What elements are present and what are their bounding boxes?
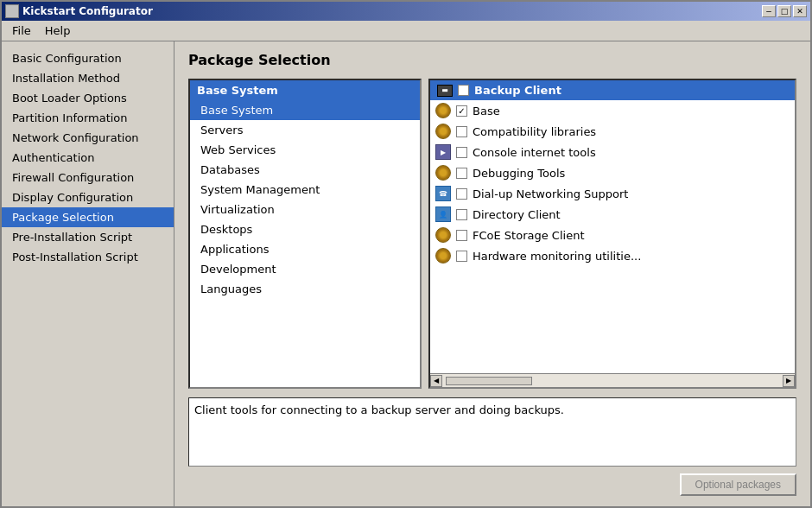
menu-help[interactable]: Help [38, 22, 78, 39]
category-label: Base System [200, 104, 273, 117]
sidebar-item-partition-information[interactable]: Partition Information [2, 108, 174, 128]
sidebar-item-boot-loader-options[interactable]: Boot Loader Options [2, 88, 174, 108]
sidebar-item-pre-installation-script[interactable]: Pre-Installation Script [2, 227, 174, 247]
close-button[interactable]: ✕ [793, 5, 807, 17]
pkg-row-debug-tools[interactable]: Debugging Tools [430, 162, 795, 183]
category-item-desktops[interactable]: Desktops [190, 219, 420, 239]
bottom-bar: Optional packages [188, 467, 796, 496]
pkg-row-dialup[interactable]: ☎ Dial-up Networking Support [430, 183, 795, 204]
right-panel: Package Selection Base System Base Syste… [174, 41, 810, 506]
pkg-checkbox-dialup[interactable] [456, 188, 467, 200]
pkg-icon-hw-monitor [435, 248, 451, 264]
sidebar-item-authentication[interactable]: Authentication [2, 148, 174, 168]
pkg-row-console-tools[interactable]: ▶ Console internet tools [430, 142, 795, 162]
main-window: Kickstart Configurator − □ ✕ File Help B… [0, 0, 812, 508]
category-item-web-services[interactable]: Web Services [190, 140, 420, 160]
maximize-button[interactable]: □ [777, 5, 791, 17]
category-item-servers[interactable]: Servers [190, 120, 420, 140]
sidebar-item-firewall-configuration[interactable]: Firewall Configuration [2, 168, 174, 187]
scroll-thumb[interactable] [446, 377, 532, 385]
scroll-left-btn[interactable]: ◀ [430, 375, 442, 387]
app-icon [5, 4, 19, 18]
pkg-label-fcoe: FCoE Storage Client [473, 229, 585, 242]
sidebar-item-display-configuration[interactable]: Display Configuration [2, 187, 174, 207]
titlebar: Kickstart Configurator − □ ✕ [2, 2, 810, 21]
pkg-checkbox-fcoe[interactable] [456, 230, 467, 241]
category-item-system-management[interactable]: System Management [190, 180, 420, 200]
pkg-row-hw-monitor[interactable]: Hardware monitoring utilitie... [430, 245, 795, 266]
minimize-button[interactable]: − [762, 5, 776, 17]
pkg-label-console-tools: Console internet tools [473, 146, 596, 159]
sidebar-item-package-selection[interactable]: Package Selection [2, 207, 174, 227]
sidebar-item-network-configuration[interactable]: Network Configuration [2, 128, 174, 148]
category-list[interactable]: Base System Servers Web Services Databas… [190, 100, 420, 387]
sidebar: Basic Configuration Installation Method … [2, 41, 174, 506]
optional-packages-button[interactable]: Optional packages [680, 473, 796, 496]
pkg-label-compat-libs: Compatibility libraries [473, 125, 596, 138]
category-item-languages[interactable]: Languages [190, 279, 420, 299]
description-box: Client tools for connecting to a backup … [188, 397, 796, 467]
category-item-databases[interactable]: Databases [190, 160, 420, 180]
titlebar-left: Kickstart Configurator [5, 4, 153, 18]
pkg-label-base: Base [473, 105, 500, 117]
category-item-virtualization[interactable]: Virtualization [190, 200, 420, 219]
sidebar-item-installation-method[interactable]: Installation Method [2, 68, 174, 88]
window-title: Kickstart Configurator [22, 5, 153, 17]
pkg-icon-fcoe [435, 227, 451, 243]
description-section: Client tools for connecting to a backup … [188, 397, 796, 496]
pkg-row-compat-libs[interactable]: Compatibility libraries [430, 121, 795, 142]
packages-area: Base System Base System Servers Web Serv… [188, 79, 796, 389]
sidebar-item-basic-configuration[interactable]: Basic Configuration [2, 48, 174, 68]
pkg-icon-debug-tools [435, 165, 451, 181]
pkg-row-base[interactable]: ✓ Base [430, 100, 795, 121]
pkg-checkbox-base[interactable]: ✓ [456, 105, 467, 117]
scroll-right-btn[interactable]: ▶ [783, 375, 795, 387]
pkg-label-dir-client: Directory Client [473, 208, 561, 221]
pkg-row-dir-client[interactable]: 👤 Directory Client [430, 204, 795, 225]
pkg-icon-compat-libs [435, 124, 451, 139]
menubar: File Help [2, 21, 810, 41]
category-item-applications[interactable]: Applications [190, 239, 420, 259]
pkg-checkbox-compat-libs[interactable] [456, 126, 467, 137]
pkg-row-fcoe[interactable]: FCoE Storage Client [430, 225, 795, 245]
left-list-header: Base System [190, 80, 420, 100]
page-title: Package Selection [188, 52, 796, 68]
pkg-checkbox-console-tools[interactable] [456, 147, 467, 158]
left-list-header-label: Base System [197, 84, 278, 97]
sidebar-item-post-installation-script[interactable]: Post-Installation Script [2, 247, 174, 267]
header-checkbox[interactable]: ✓ [458, 85, 469, 96]
pkg-label-debug-tools: Debugging Tools [473, 167, 565, 180]
scroll-track [442, 377, 783, 385]
pkg-checkbox-debug-tools[interactable] [456, 168, 467, 179]
pkg-icon-dir-client: 👤 [435, 206, 451, 222]
titlebar-buttons: − □ ✕ [762, 5, 807, 17]
category-item-development[interactable]: Development [190, 259, 420, 279]
pkg-icon-dialup: ☎ [435, 186, 451, 201]
horiz-scrollbar[interactable]: ◀ ▶ [430, 373, 795, 387]
header-monitor-icon: ▬ [437, 85, 453, 97]
main-content: Basic Configuration Installation Method … [2, 41, 810, 506]
package-list[interactable]: ✓ Base Compatibility libraries [430, 100, 795, 373]
right-list-header-label: Backup Client [474, 84, 561, 97]
menu-file[interactable]: File [5, 22, 38, 39]
right-list-header: ▬ ✓ Backup Client [430, 80, 795, 100]
pkg-icon-base [435, 103, 451, 118]
pkg-icon-console-tools: ▶ [435, 144, 451, 160]
pkg-label-dialup: Dial-up Networking Support [473, 187, 628, 200]
category-item-base-system[interactable]: Base System [190, 100, 420, 120]
pkg-label-hw-monitor: Hardware monitoring utilitie... [473, 250, 641, 263]
pkg-checkbox-dir-client[interactable] [456, 209, 467, 220]
pkg-checkbox-hw-monitor[interactable] [456, 251, 467, 262]
